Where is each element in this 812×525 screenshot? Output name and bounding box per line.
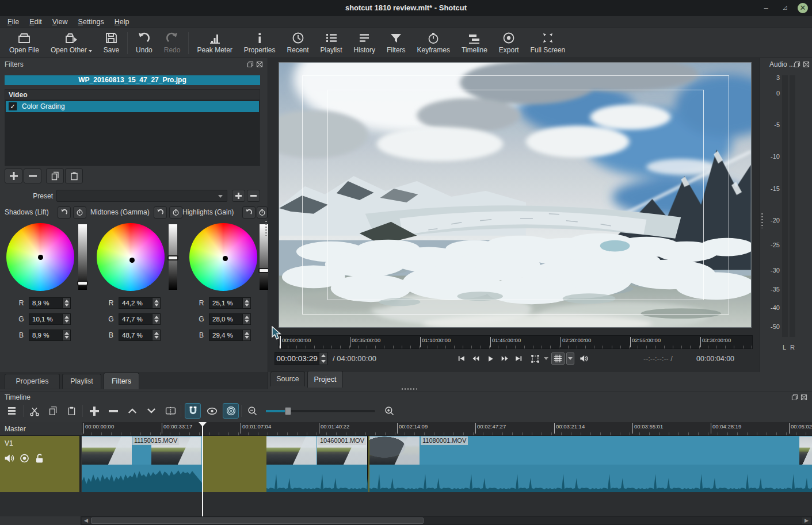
shadows-r-spinbox[interactable]: 8,9 % — [29, 297, 71, 309]
rewind-button[interactable] — [469, 352, 482, 365]
ripple-all-tracks-button[interactable] — [223, 403, 239, 419]
lock-track-button[interactable] — [35, 453, 45, 464]
zoom-slider-track[interactable] — [266, 410, 375, 412]
menu-edit[interactable]: Edit — [24, 17, 47, 27]
filter-enabled-checkbox[interactable]: ✓ — [9, 102, 17, 110]
remove-filter-button[interactable] — [24, 168, 41, 183]
zoom-in-button[interactable] — [382, 403, 398, 419]
tab-properties[interactable]: Properties — [5, 374, 60, 389]
timeline-menu-button[interactable] — [3, 403, 20, 419]
shadows-level-slider[interactable] — [78, 224, 87, 290]
spin-arrows-icon[interactable] — [242, 298, 250, 308]
menu-settings[interactable]: Settings — [73, 17, 109, 27]
skip-previous-button[interactable] — [455, 352, 468, 365]
player-scrubber[interactable]: 00:00:00:00 00:35:00:00 01:10:00:00 01:4… — [279, 335, 753, 349]
peak-meter-button[interactable]: Peak Meter — [191, 29, 238, 57]
midtones-level-slider[interactable] — [169, 224, 177, 290]
highlights-reset-button[interactable] — [242, 206, 256, 219]
timeline-playhead-grip[interactable] — [199, 422, 207, 427]
spin-arrows-icon[interactable] — [152, 314, 160, 324]
shadows-wheel-handle[interactable] — [38, 255, 43, 260]
spin-arrows-icon[interactable] — [242, 330, 250, 340]
midtones-g-spinbox[interactable]: 47,7 % — [119, 313, 161, 325]
timeline-ruler[interactable]: 00:00:00:00 00:00:33:17 00:01:07:04 00:0… — [82, 422, 812, 436]
grid-dropdown[interactable] — [566, 352, 574, 365]
menu-file[interactable]: File — [2, 17, 24, 27]
filter-list[interactable]: ✓ Color Grading — [5, 99, 260, 166]
highlights-g-spinbox[interactable]: 28,0 % — [209, 313, 251, 325]
midtones-reset-button[interactable] — [154, 206, 167, 219]
track-v1-clips-area[interactable]: 11150015.MOV 10460001.MOV 11080001.MOV — [82, 436, 812, 492]
export-button[interactable]: Export — [493, 29, 525, 57]
spin-arrows-icon[interactable] — [242, 314, 250, 324]
overwrite-button[interactable] — [143, 403, 159, 419]
dock-splitter-handle[interactable] — [402, 388, 417, 390]
clip-10460001[interactable]: 10460001.MOV — [266, 436, 368, 492]
copy-filters-button[interactable] — [46, 168, 64, 183]
volume-button[interactable] — [577, 352, 590, 365]
panel-splitter-handle[interactable] — [265, 221, 267, 236]
close-panel-icon[interactable] — [803, 61, 810, 68]
master-track-header[interactable]: Master — [0, 422, 82, 436]
filter-row-color-grading[interactable]: ✓ Color Grading — [6, 101, 259, 112]
shadows-g-spinbox[interactable]: 10,1 % — [29, 313, 71, 325]
paste-button[interactable] — [63, 403, 79, 419]
hide-track-button[interactable] — [19, 453, 30, 463]
paste-filters-button[interactable] — [65, 168, 83, 183]
timeline-scrollbar[interactable]: ◀ ▶ — [81, 516, 812, 525]
scroll-left-arrow[interactable]: ◀ — [82, 518, 90, 524]
tab-source[interactable]: Source — [270, 371, 305, 386]
recent-button[interactable]: Recent — [281, 29, 315, 57]
float-panel-icon[interactable] — [791, 394, 798, 401]
save-preset-button[interactable] — [232, 190, 245, 202]
zoom-slider-handle[interactable] — [285, 407, 291, 415]
properties-button[interactable]: Properties — [238, 29, 281, 57]
float-panel-icon[interactable] — [247, 61, 254, 68]
highlights-b-spinbox[interactable]: 29,4 % — [209, 329, 251, 341]
tab-playlist[interactable]: Playlist — [62, 374, 101, 389]
shadows-reset-button[interactable] — [58, 206, 71, 219]
title-bar[interactable]: shotcut 1810 review.mlt* - Shotcut – ◿ ✕ — [0, 0, 812, 16]
tab-project[interactable]: Project — [307, 371, 343, 388]
fast-forward-button[interactable] — [498, 352, 511, 365]
menu-help[interactable]: Help — [109, 17, 135, 27]
zoom-fit-button[interactable] — [528, 352, 542, 365]
minimize-button[interactable]: – — [761, 3, 771, 13]
full-screen-button[interactable]: Full Screen — [525, 29, 571, 57]
delete-preset-button[interactable] — [247, 190, 260, 202]
highlights-keyframes-button[interactable] — [257, 206, 268, 219]
snap-toggle-button[interactable] — [185, 403, 201, 419]
shadows-level-handle[interactable] — [77, 281, 88, 286]
preset-combobox[interactable] — [56, 190, 227, 202]
highlights-r-spinbox[interactable]: 25,1 % — [209, 297, 251, 309]
spin-arrows-icon[interactable] — [152, 330, 160, 340]
close-panel-icon[interactable] — [256, 61, 263, 68]
append-button[interactable] — [86, 403, 102, 419]
undo-button[interactable]: Undo — [130, 29, 158, 57]
panel-splitter-handle[interactable] — [761, 213, 763, 228]
timeline-playhead[interactable] — [202, 422, 203, 516]
add-filter-button[interactable] — [5, 168, 22, 183]
ripple-delete-button[interactable] — [105, 403, 121, 419]
tab-filters[interactable]: Filters — [104, 373, 139, 389]
clip-11080001[interactable]: 11080001.MOV — [369, 436, 812, 492]
save-button[interactable]: Save — [98, 29, 125, 57]
position-spinbox[interactable]: 00:00:03:29 — [275, 352, 327, 365]
cut-button[interactable] — [26, 403, 43, 419]
shadows-color-wheel[interactable] — [6, 223, 74, 291]
grid-button[interactable] — [551, 352, 565, 365]
scrollbar-thumb[interactable] — [91, 518, 424, 524]
scroll-right-arrow[interactable]: ▶ — [802, 518, 811, 524]
spin-arrows-icon[interactable] — [62, 314, 70, 324]
open-file-button[interactable]: Open File — [3, 29, 45, 57]
midtones-color-wheel[interactable] — [97, 223, 165, 291]
keyframes-button[interactable]: Keyframes — [411, 29, 456, 57]
playlist-button[interactable]: Playlist — [315, 29, 348, 57]
copy-button[interactable] — [45, 403, 61, 419]
highlights-wheel-handle[interactable] — [223, 256, 228, 261]
history-button[interactable]: History — [348, 29, 381, 57]
midtones-keyframes-button[interactable] — [169, 206, 182, 219]
midtones-b-spinbox[interactable]: 48,7 % — [119, 329, 161, 341]
midtones-r-spinbox[interactable]: 44,2 % — [119, 297, 161, 309]
play-button[interactable] — [483, 352, 497, 365]
